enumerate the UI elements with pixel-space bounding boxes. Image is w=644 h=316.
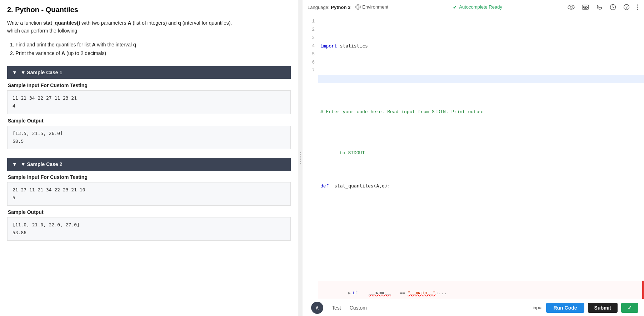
line-num-5: 5 (303, 50, 318, 58)
drag-dot-1 (300, 152, 301, 153)
svg-rect-7 (584, 7, 586, 8)
language-value: Python 3 (331, 5, 350, 10)
keyboard-button[interactable] (581, 4, 590, 10)
svg-rect-8 (587, 7, 588, 8)
comment-text-2: to STDOUT (340, 150, 365, 156)
bottom-bar: ∧ Test Custom input Run Code Submit ✓ (303, 299, 644, 316)
drag-dot-4 (300, 159, 301, 160)
input-label: input (533, 305, 543, 310)
sample-case-1-header[interactable]: ▼ ▼ Sample Case 1 (7, 66, 291, 79)
problem-intro: Write a function stat_quantiles() with t… (7, 19, 291, 35)
sample-case-1-arrow: ▼ (12, 70, 17, 75)
svg-point-13 (637, 4, 638, 5)
sample-case-1-output: [13.5, 21.5, 26.0]58.5 (7, 126, 291, 149)
language-section: Language: Python 3 Python 3 (308, 4, 350, 10)
keyword-def: def (320, 184, 329, 189)
fn-def-name: stat_quantiles(A,q): (331, 183, 390, 189)
fn-name: stat_quantiles() (43, 20, 80, 26)
sample-case-2-input-label: Sample Input For Custom Testing (7, 171, 291, 182)
sample-case-2: ▼ ▼ Sample Case 2 Sample Input For Custo… (7, 158, 291, 241)
sample-case-2-input: 21 27 11 21 34 22 23 21 105 (7, 182, 291, 206)
line-numbers: 1 2 3 4 5 6 7 (303, 14, 318, 299)
tab-test[interactable]: Test (332, 304, 341, 312)
code-line-3b: to STDOUT (318, 149, 644, 157)
equals: == (399, 290, 405, 296)
environment-section: ⓘ Environment (355, 4, 388, 10)
module-name: statistics (340, 43, 368, 49)
run-label: Run Code (553, 305, 577, 311)
param-a: A (128, 20, 131, 26)
sample-case-1-input-label: Sample Input For Custom Testing (7, 79, 291, 90)
comment-text: # Enter your code here. Read input from … (320, 109, 485, 115)
svg-point-14 (637, 6, 638, 7)
info-icon: ⓘ (355, 4, 361, 10)
sample-case-2-output: [11.0, 21.0, 22.0, 27.0]53.86 (7, 217, 291, 241)
svg-rect-4 (584, 6, 585, 6)
bottom-right-actions: input Run Code Submit ✓ (533, 303, 638, 313)
more-options-button[interactable] (636, 3, 639, 11)
svg-rect-6 (583, 7, 584, 8)
drag-dot-6 (300, 163, 301, 164)
fold-arrow-icon[interactable]: ▶ (348, 291, 351, 295)
keyword-if: if (352, 290, 358, 296)
top-bar-left: Language: Python 3 Python 3 ⓘ Environmen… (308, 4, 388, 10)
check-icon: ✔ (453, 4, 457, 10)
sample-case-1-output-label: Sample Output (7, 114, 291, 126)
error-marker (642, 281, 644, 299)
success-label: ✓ (628, 305, 632, 311)
resize-handle[interactable] (298, 0, 303, 316)
line-num-1: 1 (303, 17, 318, 25)
sample-case-2-output-label: Sample Output (7, 206, 291, 217)
code-line-6 (318, 248, 644, 256)
svg-rect-5 (586, 6, 587, 6)
problem-panel: 2. Python - Quantiles Write a function s… (0, 0, 298, 316)
svg-text:?: ? (625, 5, 628, 9)
svg-point-15 (637, 9, 638, 10)
code-line-3: # Enter your code here. Read input from … (318, 108, 644, 124)
svg-rect-3 (583, 6, 584, 6)
dunder-name: __name__ (369, 290, 391, 296)
sample-case-2-title: ▼ Sample Case 2 (21, 161, 63, 167)
sample-case-1-input: 11 21 34 22 27 11 23 214 (7, 90, 291, 114)
sample-case-1: ▼ ▼ Sample Case 1 Sample Input For Custo… (7, 66, 291, 149)
sample-case-2-arrow: ▼ (12, 161, 17, 167)
environment-label: Environment (362, 4, 388, 10)
svg-rect-9 (584, 8, 587, 9)
run-button[interactable]: Run Code (546, 303, 584, 313)
svg-point-1 (570, 6, 572, 8)
code-editor-area[interactable]: 1 2 3 4 5 6 7 import statistics # Enter … (303, 14, 644, 299)
autocomplete-label: Autocomplete Ready (459, 4, 502, 10)
code-editor-inner: 1 2 3 4 5 6 7 import statistics # Enter … (303, 14, 644, 299)
editor-panel: Language: Python 3 Python 3 ⓘ Environmen… (303, 0, 644, 316)
page-title: 2. Python - Quantiles (7, 6, 291, 14)
history-button[interactable] (609, 3, 617, 11)
sample-case-2-header[interactable]: ▼ ▼ Sample Case 2 (7, 158, 291, 171)
param-q: q (178, 20, 181, 26)
editor-toolbar: ? (567, 3, 639, 11)
colon: :... (436, 290, 447, 296)
keyword-import: import (320, 44, 337, 49)
code-lines[interactable]: import statistics # Enter your code here… (318, 14, 644, 299)
tab-custom[interactable]: Custom (350, 304, 367, 312)
chevron-up-icon: ∧ (315, 304, 319, 311)
code-line-7: ▶if __name__ == "__main__":... (318, 281, 644, 299)
line-num-4: 4 (303, 42, 318, 50)
line-num-3: 3 (303, 34, 318, 42)
scroll-top-button[interactable]: ∧ (311, 302, 323, 314)
line-num-2: 2 (303, 25, 318, 34)
help-button[interactable]: ? (623, 3, 630, 11)
sample-case-1-title: ▼ Sample Case 1 (21, 70, 63, 75)
drag-dot-5 (300, 161, 301, 162)
eye-button[interactable] (567, 4, 575, 10)
language-label: Language: (308, 5, 329, 10)
code-line-2[interactable] (318, 75, 644, 83)
drag-dot-2 (300, 154, 301, 155)
task-item-1: Find and print the quantiles for list A … (10, 41, 291, 49)
submit-button[interactable]: Submit (588, 303, 618, 313)
dark-mode-button[interactable] (595, 3, 603, 11)
success-button[interactable]: ✓ (621, 303, 638, 313)
task-item-2: Print the variance of A (up to 2 decimal… (10, 49, 291, 58)
svg-point-0 (568, 5, 574, 9)
code-line-5 (318, 215, 644, 223)
code-line-1: import statistics (318, 42, 644, 50)
